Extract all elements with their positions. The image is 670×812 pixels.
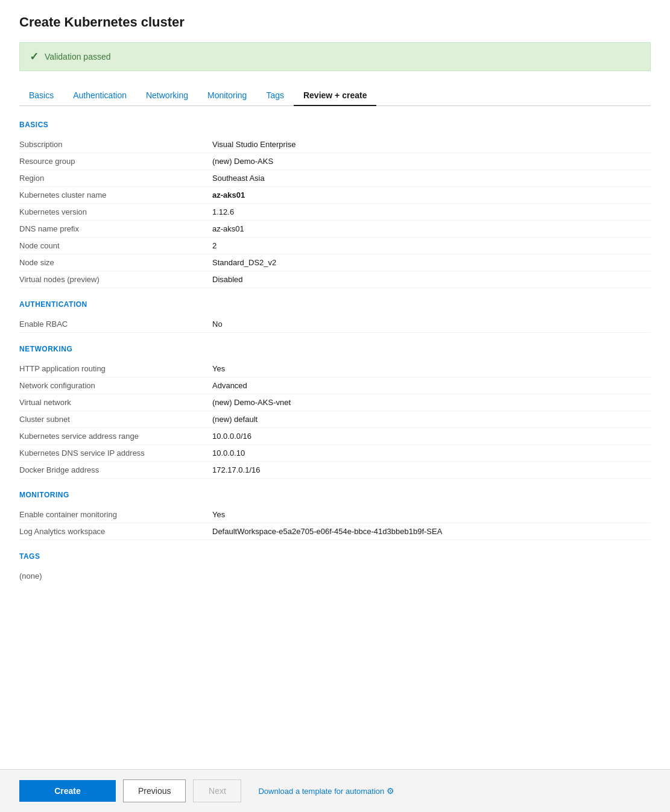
label-node-count: Node count	[19, 241, 212, 250]
label-service-range: Kubernetes service address range	[19, 432, 212, 441]
automation-link-text: Download a template for automation	[258, 787, 384, 796]
value-enable-rbac: No	[212, 319, 651, 329]
label-cluster-name: Kubernetes cluster name	[19, 190, 212, 200]
label-container-monitoring: Enable container monitoring	[19, 510, 212, 519]
tab-basics[interactable]: Basics	[19, 86, 63, 106]
footer-bar: Create Previous Next Download a template…	[0, 769, 670, 812]
validation-banner: ✓ Validation passed	[19, 42, 651, 71]
value-container-monitoring: Yes	[212, 510, 651, 519]
value-service-range: 10.0.0.0/16	[212, 432, 651, 441]
page-container: Create Kubernetes cluster ✓ Validation p…	[0, 0, 670, 812]
label-dns-prefix: DNS name prefix	[19, 224, 212, 233]
label-http-routing: HTTP application routing	[19, 364, 212, 373]
field-dns-service-ip: Kubernetes DNS service IP address 10.0.0…	[19, 445, 651, 462]
validation-check-icon: ✓	[30, 50, 39, 63]
field-service-range: Kubernetes service address range 10.0.0.…	[19, 428, 651, 445]
value-region: Southeast Asia	[212, 174, 651, 183]
authentication-heading: AUTHENTICATION	[19, 300, 651, 309]
label-virtual-network: Virtual network	[19, 398, 212, 407]
value-dns-service-ip: 10.0.0.10	[212, 448, 651, 458]
field-cluster-name: Kubernetes cluster name az-aks01	[19, 187, 651, 204]
networking-heading: NETWORKING	[19, 345, 651, 353]
value-virtual-nodes: Disabled	[212, 275, 651, 284]
label-enable-rbac: Enable RBAC	[19, 319, 212, 329]
field-cluster-subnet: Cluster subnet (new) default	[19, 411, 651, 428]
value-node-size: Standard_DS2_v2	[212, 258, 651, 267]
label-resource-group: Resource group	[19, 157, 212, 166]
label-log-analytics: Log Analytics workspace	[19, 527, 212, 536]
value-k8s-version: 1.12.6	[212, 207, 651, 216]
tabs-container: Basics Authentication Networking Monitor…	[19, 86, 651, 106]
field-dns-prefix: DNS name prefix az-aks01	[19, 221, 651, 238]
field-http-routing: HTTP application routing Yes	[19, 360, 651, 377]
field-enable-rbac: Enable RBAC No	[19, 316, 651, 333]
value-subscription: Visual Studio Enterprise	[212, 140, 651, 149]
label-cluster-subnet: Cluster subnet	[19, 415, 212, 424]
basics-heading: BASICS	[19, 121, 651, 129]
automation-link[interactable]: Download a template for automation ⚙	[258, 786, 394, 796]
label-subscription: Subscription	[19, 140, 212, 149]
label-docker-bridge: Docker Bridge address	[19, 465, 212, 474]
previous-button[interactable]: Previous	[123, 779, 186, 802]
field-k8s-version: Kubernetes version 1.12.6	[19, 204, 651, 221]
field-region: Region Southeast Asia	[19, 170, 651, 187]
field-virtual-nodes: Virtual nodes (preview) Disabled	[19, 271, 651, 288]
monitoring-section: MONITORING Enable container monitoring Y…	[19, 491, 651, 540]
value-cluster-name: az-aks01	[212, 190, 651, 200]
field-node-count: Node count 2	[19, 238, 651, 254]
field-subscription: Subscription Visual Studio Enterprise	[19, 136, 651, 153]
field-network-config: Network configuration Advanced	[19, 377, 651, 394]
value-http-routing: Yes	[212, 364, 651, 373]
tab-networking[interactable]: Networking	[136, 86, 198, 106]
basics-section: BASICS Subscription Visual Studio Enterp…	[19, 121, 651, 288]
main-content: Create Kubernetes cluster ✓ Validation p…	[0, 0, 670, 769]
label-network-config: Network configuration	[19, 381, 212, 390]
value-dns-prefix: az-aks01	[212, 224, 651, 233]
field-container-monitoring: Enable container monitoring Yes	[19, 506, 651, 523]
value-docker-bridge: 172.17.0.1/16	[212, 465, 651, 474]
value-virtual-network: (new) Demo-AKS-vnet	[212, 398, 651, 407]
tags-none-value: (none)	[19, 568, 651, 584]
tab-authentication[interactable]: Authentication	[63, 86, 136, 106]
value-log-analytics: DefaultWorkspace-e5a2e705-e06f-454e-bbce…	[212, 527, 651, 536]
next-button: Next	[193, 779, 241, 802]
monitoring-heading: MONITORING	[19, 491, 651, 499]
tab-monitoring[interactable]: Monitoring	[198, 86, 256, 106]
field-virtual-network: Virtual network (new) Demo-AKS-vnet	[19, 394, 651, 411]
field-log-analytics: Log Analytics workspace DefaultWorkspace…	[19, 523, 651, 540]
label-region: Region	[19, 174, 212, 183]
tags-heading: TAGS	[19, 552, 651, 561]
label-k8s-version: Kubernetes version	[19, 207, 212, 216]
field-resource-group: Resource group (new) Demo-AKS	[19, 153, 651, 170]
value-node-count: 2	[212, 241, 651, 250]
label-virtual-nodes: Virtual nodes (preview)	[19, 275, 212, 284]
validation-text: Validation passed	[45, 52, 110, 61]
value-resource-group: (new) Demo-AKS	[212, 157, 651, 166]
label-node-size: Node size	[19, 258, 212, 267]
automation-link-icon: ⚙	[387, 786, 394, 796]
field-node-size: Node size Standard_DS2_v2	[19, 254, 651, 271]
authentication-section: AUTHENTICATION Enable RBAC No	[19, 300, 651, 333]
label-dns-service-ip: Kubernetes DNS service IP address	[19, 448, 212, 458]
tab-review-create[interactable]: Review + create	[294, 86, 376, 106]
value-cluster-subnet: (new) default	[212, 415, 651, 424]
page-title: Create Kubernetes cluster	[19, 14, 651, 30]
tab-tags[interactable]: Tags	[256, 86, 294, 106]
tags-section: TAGS (none)	[19, 552, 651, 584]
field-docker-bridge: Docker Bridge address 172.17.0.1/16	[19, 462, 651, 479]
value-network-config: Advanced	[212, 381, 651, 390]
networking-section: NETWORKING HTTP application routing Yes …	[19, 345, 651, 479]
create-button[interactable]: Create	[19, 780, 116, 802]
